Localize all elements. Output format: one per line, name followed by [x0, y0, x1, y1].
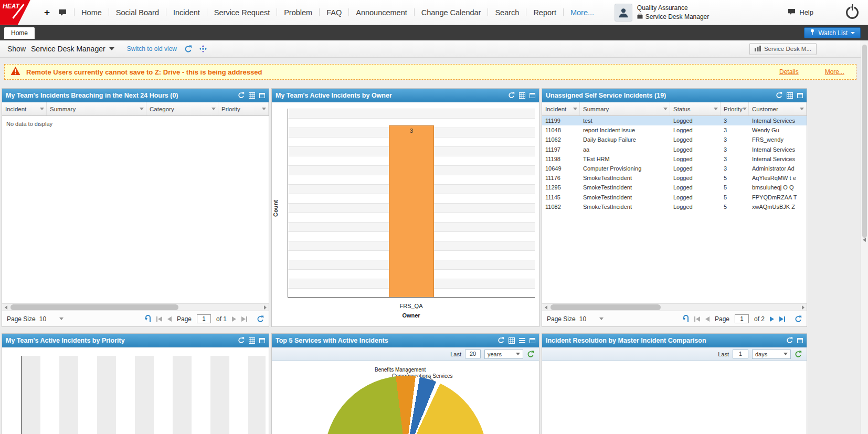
- scrollbar-track[interactable]: [9, 304, 261, 311]
- first-page-button[interactable]: [694, 316, 700, 322]
- filter-arrow-icon[interactable]: [211, 108, 216, 110]
- refresh-icon[interactable]: [497, 337, 504, 344]
- last-page-button[interactable]: [241, 316, 247, 322]
- legend-list-icon[interactable]: [519, 338, 525, 343]
- column-header[interactable]: Summary: [47, 102, 146, 115]
- switch-old-view-link[interactable]: Switch to old view: [127, 45, 177, 52]
- group-hook-icon[interactable]: [145, 315, 151, 323]
- nav-item[interactable]: Report: [526, 8, 563, 17]
- table-row[interactable]: 11062 Daily Backup Failure Logged 3 FRS_…: [542, 135, 807, 144]
- scrollbar-thumb[interactable]: [551, 304, 661, 310]
- export-grid-icon[interactable]: [519, 92, 525, 99]
- filter-arrow-icon[interactable]: [262, 108, 266, 110]
- group-hook-icon[interactable]: [683, 315, 689, 323]
- maximize-icon[interactable]: [530, 93, 535, 98]
- announcement-details-link[interactable]: Details: [779, 68, 799, 76]
- nav-item[interactable]: Social Board: [109, 8, 166, 17]
- column-header[interactable]: Summary: [580, 102, 670, 115]
- refresh-icon[interactable]: [776, 92, 782, 99]
- column-header[interactable]: Incident: [542, 102, 580, 115]
- avatar[interactable]: [615, 4, 632, 22]
- page-size-dropdown[interactable]: Page Size 10: [547, 315, 604, 323]
- filter-arrow-icon[interactable]: [663, 108, 668, 110]
- apply-refresh-icon[interactable]: [795, 351, 802, 358]
- filter-arrow-icon[interactable]: [714, 108, 718, 110]
- scrollbar-track[interactable]: [549, 304, 799, 311]
- page-number-input[interactable]: 1: [197, 314, 211, 323]
- prev-page-button[interactable]: [705, 316, 710, 322]
- table-row[interactable]: 11145 SmokeTestIncident Logged 5 FPYQDmR…: [542, 193, 807, 202]
- dashboard-view-dropdown[interactable]: Service Desk Manager: [31, 45, 114, 53]
- customize-layout-icon[interactable]: [199, 45, 207, 52]
- watch-list-button[interactable]: Watch List: [804, 27, 861, 38]
- tab-home[interactable]: Home: [4, 27, 35, 39]
- page-number-input[interactable]: 1: [735, 314, 749, 323]
- table-row[interactable]: 11199 test Logged 3 Internal Services: [542, 116, 807, 125]
- table-row[interactable]: 11295 SmokeTestIncident Logged 5 bmsuluh…: [542, 183, 807, 192]
- logout-power-button[interactable]: [846, 6, 859, 19]
- maximize-icon[interactable]: [797, 338, 803, 343]
- next-page-button[interactable]: [770, 316, 774, 322]
- chat-bubble-icon[interactable]: [58, 9, 67, 16]
- refresh-dashboard-icon[interactable]: [184, 45, 192, 53]
- unit-select[interactable]: years: [484, 350, 523, 359]
- nav-item[interactable]: FAQ: [319, 8, 348, 17]
- column-header[interactable]: Category: [146, 102, 218, 115]
- next-page-button[interactable]: [232, 316, 236, 322]
- column-header[interactable]: Incident: [2, 102, 47, 115]
- nav-item[interactable]: Announcement: [348, 8, 414, 17]
- help-button[interactable]: Help: [788, 8, 813, 17]
- scroll-right-button[interactable]: [799, 304, 807, 311]
- filter-arrow-icon[interactable]: [40, 108, 44, 110]
- export-grid-icon[interactable]: [787, 92, 793, 99]
- table-row[interactable]: 10649 Computer Provisioning Logged 3 Adm…: [542, 164, 807, 173]
- bar-frs-qa[interactable]: 3: [389, 125, 434, 297]
- export-grid-icon[interactable]: [249, 337, 255, 344]
- new-record-button[interactable]: +: [44, 7, 50, 18]
- column-header[interactable]: Status: [670, 102, 721, 115]
- nav-item[interactable]: Home: [74, 8, 109, 17]
- heat-logo[interactable]: HEAT: [0, 0, 30, 25]
- dashboard-selector-button[interactable]: Service Desk M...: [749, 43, 817, 55]
- column-header[interactable]: Customer: [749, 102, 807, 115]
- table-row[interactable]: 11198 TEst HRM Logged 3 Internal Service…: [542, 154, 807, 164]
- filter-arrow-icon[interactable]: [800, 108, 804, 110]
- nav-item[interactable]: Change Calendar: [414, 8, 488, 17]
- scroll-left-button[interactable]: [2, 304, 9, 311]
- refresh-grid-icon[interactable]: [795, 315, 802, 323]
- horizontal-scrollbar[interactable]: [542, 303, 807, 311]
- export-grid-icon[interactable]: [509, 337, 515, 344]
- prev-page-button[interactable]: [167, 316, 172, 322]
- table-row[interactable]: 11197 aa Logged 3 Internal Services: [542, 145, 807, 154]
- maximize-icon[interactable]: [259, 338, 265, 343]
- table-row[interactable]: 11176 SmokeTestIncident Logged 5 AqYlesR…: [542, 173, 807, 183]
- table-row[interactable]: 11082 SmokeTestIncident Logged 5 xwAQmUs…: [542, 202, 807, 211]
- column-header[interactable]: Priority: [721, 102, 749, 115]
- pie-graphic[interactable]: [324, 376, 487, 434]
- maximize-icon[interactable]: [530, 338, 535, 343]
- scroll-left-button[interactable]: [542, 304, 549, 311]
- first-page-button[interactable]: [156, 316, 162, 322]
- nav-item-more[interactable]: More...: [564, 8, 601, 17]
- refresh-icon[interactable]: [238, 337, 245, 344]
- refresh-icon[interactable]: [786, 337, 793, 344]
- nav-item[interactable]: Incident: [166, 8, 207, 17]
- nav-item[interactable]: Problem: [277, 8, 319, 17]
- last-value-input[interactable]: 1: [733, 350, 748, 358]
- scroll-right-button[interactable]: [261, 304, 269, 311]
- refresh-grid-icon[interactable]: [257, 315, 264, 323]
- horizontal-scrollbar[interactable]: [2, 303, 269, 311]
- scrollbar-thumb[interactable]: [862, 45, 867, 238]
- refresh-icon[interactable]: [508, 92, 515, 99]
- last-value-input[interactable]: 20: [465, 350, 481, 358]
- filter-arrow-icon[interactable]: [743, 108, 747, 110]
- page-vertical-scrollbar[interactable]: [861, 40, 868, 434]
- last-page-button[interactable]: [779, 316, 785, 322]
- filter-arrow-icon[interactable]: [573, 108, 577, 110]
- filter-arrow-icon[interactable]: [140, 108, 144, 110]
- page-size-dropdown[interactable]: Page Size 10: [7, 315, 63, 323]
- column-header[interactable]: Priority: [218, 102, 269, 115]
- nav-item[interactable]: Search: [488, 8, 526, 17]
- apply-refresh-icon[interactable]: [527, 351, 534, 358]
- collapse-arrow-icon[interactable]: [863, 238, 866, 242]
